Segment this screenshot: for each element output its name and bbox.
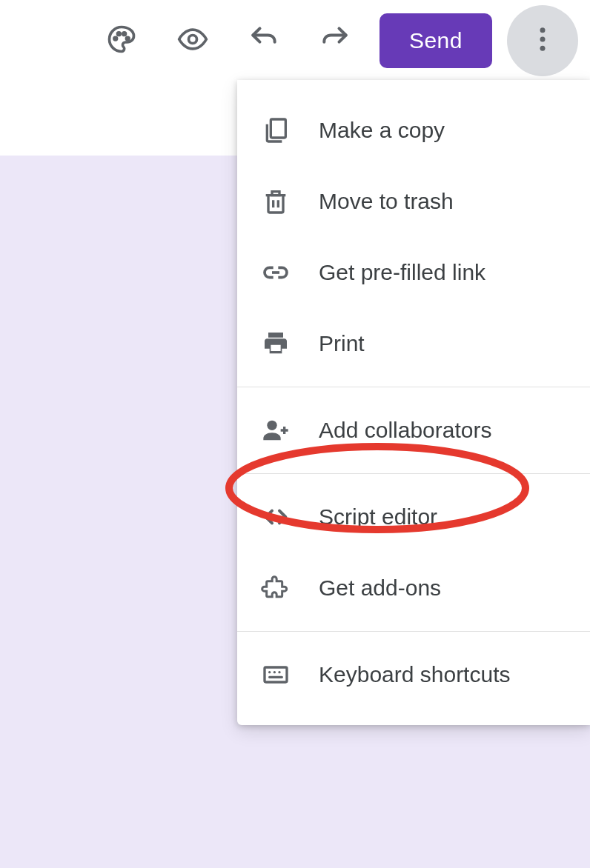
extension-icon	[261, 573, 319, 603]
undo-button[interactable]	[228, 5, 299, 76]
menu-item-script-editor[interactable]: Script editor	[237, 481, 590, 552]
menu-item-print[interactable]: Print	[237, 308, 590, 379]
svg-point-0	[114, 37, 117, 40]
menu-item-make-copy[interactable]: Make a copy	[237, 95, 590, 166]
svg-point-3	[126, 37, 129, 40]
menu-item-label: Script editor	[319, 504, 590, 530]
svg-point-4	[188, 36, 196, 44]
menu-divider	[237, 387, 590, 387]
redo-button[interactable]	[299, 5, 371, 76]
more-options-menu: Make a copy Move to trash Get pre-filled…	[237, 80, 590, 725]
customize-theme-button[interactable]	[86, 5, 157, 76]
print-icon	[261, 329, 319, 358]
menu-item-label: Get add-ons	[319, 575, 590, 601]
eye-icon	[176, 23, 209, 59]
menu-item-add-collaborators[interactable]: Add collaborators	[237, 395, 590, 466]
person-add-icon	[261, 415, 319, 445]
more-options-button[interactable]	[507, 5, 578, 76]
svg-point-7	[540, 46, 546, 51]
svg-point-2	[123, 33, 126, 36]
copy-icon	[261, 116, 319, 145]
code-icon	[261, 502, 319, 532]
menu-item-get-prefilled-link[interactable]: Get pre-filled link	[237, 237, 590, 308]
palette-icon	[105, 23, 138, 59]
menu-item-get-addons[interactable]: Get add-ons	[237, 552, 590, 624]
svg-point-6	[540, 37, 546, 42]
send-button[interactable]: Send	[379, 13, 492, 68]
svg-point-9	[267, 421, 276, 430]
menu-item-keyboard-shortcuts[interactable]: Keyboard shortcuts	[237, 639, 590, 710]
menu-item-label: Make a copy	[319, 118, 590, 143]
more-vertical-icon	[527, 24, 558, 58]
menu-item-move-to-trash[interactable]: Move to trash	[237, 166, 590, 237]
menu-item-label: Keyboard shortcuts	[319, 662, 590, 687]
menu-item-label: Print	[319, 331, 590, 356]
preview-button[interactable]	[157, 5, 228, 76]
keyboard-icon	[261, 660, 319, 690]
svg-point-1	[117, 33, 120, 36]
trash-icon	[261, 187, 319, 216]
redo-icon	[319, 23, 351, 59]
menu-divider	[237, 473, 590, 474]
menu-item-label: Get pre-filled link	[319, 260, 590, 285]
menu-divider	[237, 631, 590, 632]
svg-point-5	[540, 27, 546, 33]
svg-rect-8	[271, 119, 285, 138]
menu-item-label: Move to trash	[319, 189, 590, 214]
link-icon	[261, 258, 319, 287]
undo-icon	[248, 23, 280, 59]
menu-item-label: Add collaborators	[319, 418, 590, 443]
toolbar: Send	[0, 0, 590, 81]
svg-rect-10	[265, 667, 287, 682]
